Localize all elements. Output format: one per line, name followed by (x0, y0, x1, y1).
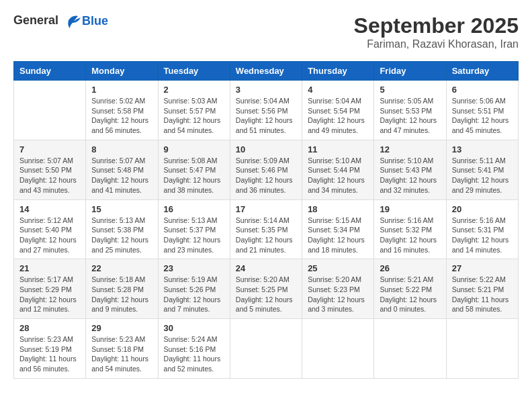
calendar-cell: 8Sunrise: 5:07 AM Sunset: 5:48 PM Daylig… (86, 140, 158, 199)
day-info: Sunrise: 5:04 AM Sunset: 5:54 PM Dayligh… (308, 96, 368, 136)
day-header-wednesday: Wednesday (230, 62, 302, 81)
calendar-cell: 4Sunrise: 5:04 AM Sunset: 5:54 PM Daylig… (302, 81, 374, 140)
day-number: 19 (380, 204, 440, 214)
day-number: 5 (380, 85, 440, 95)
title-block: September 2025 Fariman, Razavi Khorasan,… (354, 13, 519, 50)
calendar-cell (446, 319, 518, 379)
day-number: 9 (164, 144, 224, 154)
day-info: Sunrise: 5:07 AM Sunset: 5:48 PM Dayligh… (91, 156, 152, 195)
day-number: 4 (308, 85, 368, 95)
day-number: 7 (19, 144, 80, 154)
day-number: 24 (236, 263, 296, 273)
calendar-week-row: 28Sunrise: 5:23 AM Sunset: 5:19 PM Dayli… (14, 319, 519, 379)
calendar-cell: 5Sunrise: 5:05 AM Sunset: 5:53 PM Daylig… (374, 81, 446, 140)
day-info: Sunrise: 5:09 AM Sunset: 5:46 PM Dayligh… (236, 156, 296, 195)
calendar-header-row: SundayMondayTuesdayWednesdayThursdayFrid… (14, 62, 519, 81)
day-number: 29 (91, 323, 152, 333)
day-info: Sunrise: 5:06 AM Sunset: 5:51 PM Dayligh… (452, 96, 513, 136)
day-number: 21 (19, 263, 80, 273)
calendar-cell: 10Sunrise: 5:09 AM Sunset: 5:46 PM Dayli… (230, 140, 302, 199)
day-info: Sunrise: 5:07 AM Sunset: 5:50 PM Dayligh… (19, 156, 80, 195)
calendar-cell: 30Sunrise: 5:24 AM Sunset: 5:16 PM Dayli… (158, 319, 230, 379)
day-info: Sunrise: 5:19 AM Sunset: 5:26 PM Dayligh… (164, 275, 224, 314)
day-number: 22 (91, 263, 152, 273)
calendar-cell: 3Sunrise: 5:04 AM Sunset: 5:56 PM Daylig… (230, 81, 302, 140)
calendar-cell: 21Sunrise: 5:17 AM Sunset: 5:29 PM Dayli… (14, 259, 86, 319)
calendar-cell: 22Sunrise: 5:18 AM Sunset: 5:28 PM Dayli… (86, 259, 158, 319)
day-info: Sunrise: 5:14 AM Sunset: 5:35 PM Dayligh… (236, 216, 296, 255)
calendar-cell: 17Sunrise: 5:14 AM Sunset: 5:35 PM Dayli… (230, 199, 302, 259)
calendar-cell (302, 319, 374, 379)
day-info: Sunrise: 5:21 AM Sunset: 5:22 PM Dayligh… (380, 275, 440, 314)
day-info: Sunrise: 5:12 AM Sunset: 5:40 PM Dayligh… (19, 216, 80, 255)
day-number: 10 (236, 144, 296, 154)
day-info: Sunrise: 5:22 AM Sunset: 5:21 PM Dayligh… (452, 275, 513, 314)
calendar-week-row: 1Sunrise: 5:02 AM Sunset: 5:58 PM Daylig… (14, 81, 519, 140)
day-info: Sunrise: 5:15 AM Sunset: 5:34 PM Dayligh… (308, 216, 368, 255)
day-number: 12 (380, 144, 440, 154)
calendar-cell: 16Sunrise: 5:13 AM Sunset: 5:37 PM Dayli… (158, 199, 230, 259)
location-title: Fariman, Razavi Khorasan, Iran (354, 38, 519, 50)
day-number: 15 (91, 204, 152, 214)
calendar-cell (14, 81, 86, 140)
day-info: Sunrise: 5:08 AM Sunset: 5:47 PM Dayligh… (164, 156, 224, 195)
month-title: September 2025 (354, 13, 519, 38)
day-number: 25 (308, 263, 368, 273)
calendar-cell: 26Sunrise: 5:21 AM Sunset: 5:22 PM Dayli… (374, 259, 446, 319)
day-number: 17 (236, 204, 296, 214)
day-info: Sunrise: 5:18 AM Sunset: 5:28 PM Dayligh… (91, 275, 152, 314)
day-info: Sunrise: 5:20 AM Sunset: 5:23 PM Dayligh… (308, 275, 368, 314)
calendar-cell: 2Sunrise: 5:03 AM Sunset: 5:57 PM Daylig… (158, 81, 230, 140)
calendar-cell: 12Sunrise: 5:10 AM Sunset: 5:43 PM Dayli… (374, 140, 446, 199)
day-number: 6 (452, 85, 513, 95)
day-info: Sunrise: 5:13 AM Sunset: 5:38 PM Dayligh… (91, 216, 152, 255)
calendar-cell: 6Sunrise: 5:06 AM Sunset: 5:51 PM Daylig… (446, 81, 518, 140)
day-info: Sunrise: 5:13 AM Sunset: 5:37 PM Dayligh… (164, 216, 224, 255)
day-info: Sunrise: 5:23 AM Sunset: 5:19 PM Dayligh… (19, 334, 80, 374)
day-number: 1 (91, 85, 152, 95)
calendar-week-row: 21Sunrise: 5:17 AM Sunset: 5:29 PM Dayli… (14, 259, 519, 319)
calendar-cell: 27Sunrise: 5:22 AM Sunset: 5:21 PM Dayli… (446, 259, 518, 319)
day-header-tuesday: Tuesday (158, 62, 230, 81)
day-number: 14 (19, 204, 80, 214)
day-header-sunday: Sunday (14, 62, 86, 81)
calendar-cell: 25Sunrise: 5:20 AM Sunset: 5:23 PM Dayli… (302, 259, 374, 319)
calendar-cell: 11Sunrise: 5:10 AM Sunset: 5:44 PM Dayli… (302, 140, 374, 199)
calendar-cell: 9Sunrise: 5:08 AM Sunset: 5:47 PM Daylig… (158, 140, 230, 199)
day-number: 8 (91, 144, 152, 154)
day-number: 30 (164, 323, 224, 333)
day-info: Sunrise: 5:17 AM Sunset: 5:29 PM Dayligh… (19, 275, 80, 314)
calendar-cell: 19Sunrise: 5:16 AM Sunset: 5:32 PM Dayli… (374, 199, 446, 259)
day-number: 28 (19, 323, 80, 333)
logo: General Blue (13, 13, 108, 28)
day-number: 16 (164, 204, 224, 214)
day-number: 18 (308, 204, 368, 214)
calendar-cell: 15Sunrise: 5:13 AM Sunset: 5:38 PM Dayli… (86, 199, 158, 259)
day-info: Sunrise: 5:02 AM Sunset: 5:58 PM Dayligh… (91, 96, 152, 136)
logo-text-blue: Blue (82, 14, 108, 28)
calendar-cell: 24Sunrise: 5:20 AM Sunset: 5:25 PM Dayli… (230, 259, 302, 319)
day-info: Sunrise: 5:11 AM Sunset: 5:41 PM Dayligh… (452, 156, 513, 195)
day-info: Sunrise: 5:05 AM Sunset: 5:53 PM Dayligh… (380, 96, 440, 136)
day-header-friday: Friday (374, 62, 446, 81)
calendar-table: SundayMondayTuesdayWednesdayThursdayFrid… (13, 61, 519, 379)
calendar-cell (374, 319, 446, 379)
day-header-saturday: Saturday (446, 62, 518, 81)
day-number: 3 (236, 85, 296, 95)
day-info: Sunrise: 5:16 AM Sunset: 5:31 PM Dayligh… (452, 216, 513, 255)
day-number: 2 (164, 85, 224, 95)
calendar-cell: 18Sunrise: 5:15 AM Sunset: 5:34 PM Dayli… (302, 199, 374, 259)
day-number: 27 (452, 263, 513, 273)
calendar-cell: 20Sunrise: 5:16 AM Sunset: 5:31 PM Dayli… (446, 199, 518, 259)
calendar-week-row: 7Sunrise: 5:07 AM Sunset: 5:50 PM Daylig… (14, 140, 519, 199)
day-header-monday: Monday (86, 62, 158, 81)
calendar-cell: 29Sunrise: 5:23 AM Sunset: 5:18 PM Dayli… (86, 319, 158, 379)
calendar-cell (230, 319, 302, 379)
calendar-week-row: 14Sunrise: 5:12 AM Sunset: 5:40 PM Dayli… (14, 199, 519, 259)
calendar-cell: 1Sunrise: 5:02 AM Sunset: 5:58 PM Daylig… (86, 81, 158, 140)
page-header: General Blue September 2025 Fariman, Raz… (13, 13, 519, 50)
day-info: Sunrise: 5:04 AM Sunset: 5:56 PM Dayligh… (236, 96, 296, 136)
day-number: 11 (308, 144, 368, 154)
day-info: Sunrise: 5:24 AM Sunset: 5:16 PM Dayligh… (164, 334, 224, 374)
day-info: Sunrise: 5:03 AM Sunset: 5:57 PM Dayligh… (164, 96, 224, 136)
